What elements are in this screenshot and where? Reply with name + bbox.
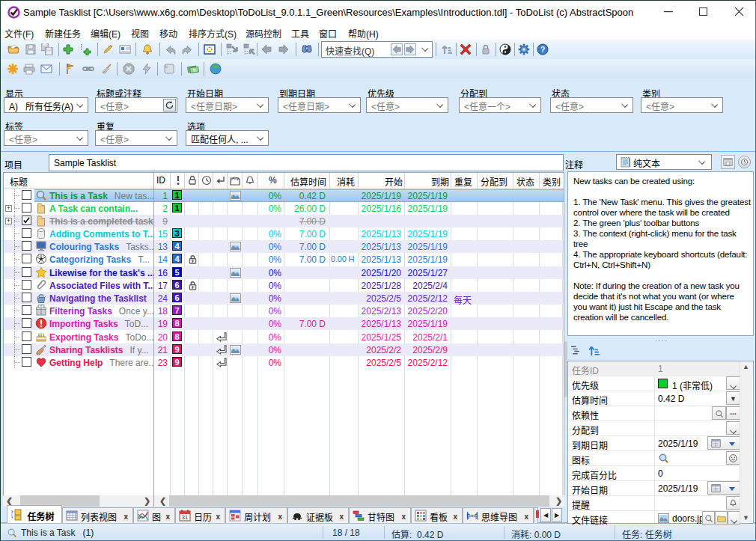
svg-text:31: 31 (182, 514, 188, 521)
svg-text:?: ? (540, 45, 546, 54)
